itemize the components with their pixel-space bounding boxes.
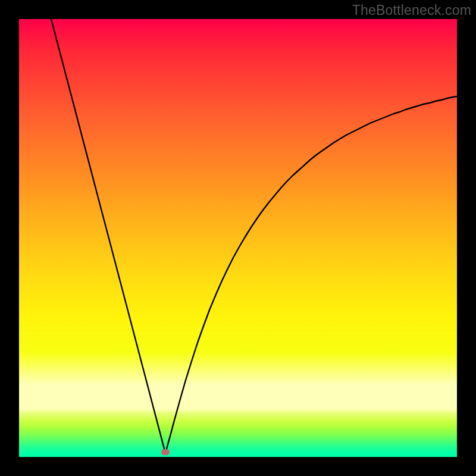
chart-frame: TheBottleneck.com	[0, 0, 476, 476]
watermark-text: TheBottleneck.com	[352, 2, 471, 18]
plot-area	[19, 19, 457, 457]
optimum-marker	[161, 449, 170, 455]
bottleneck-curve	[51, 19, 457, 453]
curve-svg	[19, 19, 457, 457]
